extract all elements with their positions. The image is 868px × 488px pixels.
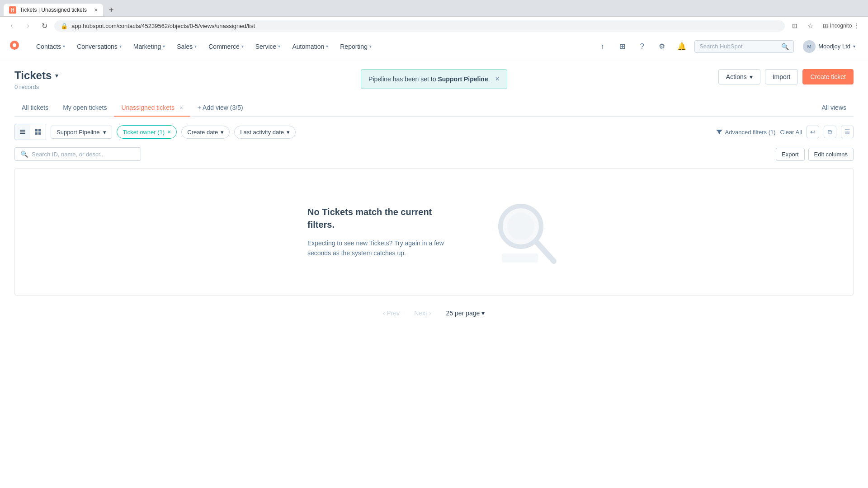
page-title-dropdown-button[interactable]: ▾ <box>55 72 58 79</box>
marketing-chevron-icon: ▾ <box>163 44 165 49</box>
create-date-filter[interactable]: Create date ▾ <box>181 126 230 139</box>
global-search-bar[interactable]: 🔍 <box>694 40 794 53</box>
service-chevron-icon: ▾ <box>278 44 280 49</box>
table-search-bar[interactable]: 🔍 <box>14 147 141 161</box>
nav-commerce[interactable]: Commerce ▾ <box>203 40 249 53</box>
copy-button[interactable]: ⧉ <box>824 126 836 138</box>
svg-rect-8 <box>38 132 41 135</box>
pipeline-selector[interactable]: Support Pipeline ▾ <box>51 126 112 139</box>
tab-unassigned-close-icon[interactable]: × <box>180 105 183 111</box>
lock-icon: 🔒 <box>61 23 68 29</box>
address-bar[interactable]: 🔒 app.hubspot.com/contacts/45239562/obje… <box>54 20 785 32</box>
prev-page-button[interactable]: ‹ Prev <box>377 307 405 319</box>
marketplace-button[interactable]: ⊞ <box>615 39 629 54</box>
top-bar-right-actions: ↑ ⊞ ? ⚙ 🔔 🔍 M Moodjoy Ltd ▾ <box>595 38 859 55</box>
nav-service[interactable]: Service ▾ <box>250 40 286 53</box>
actions-button[interactable]: Actions ▾ <box>718 69 760 84</box>
nav-automation[interactable]: Automation ▾ <box>287 40 334 53</box>
import-button[interactable]: Import <box>765 69 798 84</box>
ticket-owner-filter[interactable]: Ticket owner (1) × <box>117 125 177 139</box>
advanced-filters-button[interactable]: Advanced filters (1) <box>716 129 776 136</box>
last-activity-chevron-icon: ▾ <box>287 129 290 136</box>
new-tab-button[interactable]: + <box>105 4 118 16</box>
nav-contacts[interactable]: Contacts ▾ <box>31 40 71 53</box>
notifications-button[interactable]: 🔔 <box>675 39 689 54</box>
browser-active-tab[interactable]: H Tickets | Unassigned tickets × <box>4 4 103 16</box>
help-button[interactable]: ? <box>635 39 649 54</box>
browser-action-buttons: ⊡ ☆ ⊞ Incognito ⋮ <box>788 19 863 32</box>
user-menu[interactable]: M Moodjoy Ltd ▾ <box>799 38 859 55</box>
automation-chevron-icon: ▾ <box>326 44 328 49</box>
top-navigation: Contacts ▾ Conversations ▾ Marketing ▾ S… <box>31 40 588 53</box>
empty-state-description: Expecting to see new Tickets? Try again … <box>307 238 461 258</box>
page-header-row: Tickets ▾ 0 records Pipeline has been se… <box>14 69 854 90</box>
page-title: Tickets <box>14 69 52 82</box>
settings-button[interactable]: ⚙ <box>655 39 669 54</box>
global-search-input[interactable] <box>699 43 778 50</box>
per-page-selector[interactable]: 25 per page ▾ <box>440 306 491 320</box>
nav-marketing[interactable]: Marketing ▾ <box>128 40 170 53</box>
pipeline-banner-content: Pipeline has been set to Support Pipelin… <box>361 69 507 89</box>
user-menu-chevron-icon: ▾ <box>853 44 855 49</box>
edit-columns-button[interactable]: Edit columns <box>808 148 854 161</box>
table-search-input[interactable] <box>32 151 135 158</box>
upgrade-button[interactable]: ↑ <box>595 39 609 54</box>
conversations-chevron-icon: ▾ <box>119 44 122 49</box>
create-ticket-button[interactable]: Create ticket <box>802 69 854 84</box>
grid-view-button[interactable] <box>30 124 46 140</box>
last-activity-date-filter[interactable]: Last activity date ▾ <box>234 126 296 139</box>
pipeline-banner-close-button[interactable]: × <box>495 75 500 83</box>
pagination-row: ‹ Prev Next › 25 per page ▾ <box>14 296 854 331</box>
add-view-button[interactable]: + Add view (3/5) <box>190 99 250 116</box>
empty-state-content: No Tickets match the current filters. Ex… <box>307 196 561 268</box>
export-button[interactable]: Export <box>776 148 805 161</box>
undo-button[interactable]: ↩ <box>807 126 819 138</box>
forward-button[interactable]: › <box>22 19 34 32</box>
tab-unassigned-tickets[interactable]: Unassigned tickets × <box>114 99 190 117</box>
list-view-button[interactable] <box>15 124 30 140</box>
svg-rect-7 <box>35 132 38 135</box>
hubspot-app: Contacts ▾ Conversations ▾ Marketing ▾ S… <box>0 35 868 488</box>
back-button[interactable]: ‹ <box>5 19 18 32</box>
global-search-icon: 🔍 <box>781 43 789 50</box>
ticket-owner-filter-close-icon[interactable]: × <box>167 128 171 136</box>
nav-reporting[interactable]: Reporting ▾ <box>335 40 377 53</box>
tab-all-tickets[interactable]: All tickets <box>14 99 56 117</box>
empty-state-text: No Tickets match the current filters. Ex… <box>307 206 461 258</box>
prev-icon: ‹ <box>383 310 385 317</box>
avatar: M <box>803 40 816 53</box>
records-count: 0 records <box>14 84 58 90</box>
page-title-container: Tickets ▾ <box>14 69 58 82</box>
nav-conversations[interactable]: Conversations ▾ <box>71 40 127 53</box>
search-and-table-actions-row: 🔍 Export Edit columns <box>14 147 854 161</box>
clear-all-button[interactable]: Clear All <box>780 129 802 136</box>
table-action-buttons: Export Edit columns <box>776 148 854 161</box>
bookmark-button[interactable]: ☆ <box>804 19 816 32</box>
page-content: Tickets ▾ 0 records Pipeline has been se… <box>0 58 868 342</box>
per-page-chevron-icon: ▾ <box>481 310 485 317</box>
tab-my-open-tickets[interactable]: My open tickets <box>56 99 114 117</box>
nav-sales[interactable]: Sales ▾ <box>171 40 202 53</box>
hubspot-logo[interactable] <box>9 40 20 53</box>
top-nav-bar: Contacts ▾ Conversations ▾ Marketing ▾ S… <box>0 35 868 58</box>
menu-button[interactable]: ⋮ <box>850 19 863 32</box>
tab-favicon: H <box>9 6 16 14</box>
next-page-button[interactable]: Next › <box>409 307 436 319</box>
svg-rect-2 <box>20 130 25 131</box>
save-button[interactable]: ☰ <box>841 126 854 138</box>
svg-point-1 <box>13 43 16 47</box>
cast-button[interactable]: ⊡ <box>788 19 801 32</box>
reporting-chevron-icon: ▾ <box>369 44 372 49</box>
all-views-button[interactable]: All views <box>815 99 854 116</box>
commerce-chevron-icon: ▾ <box>241 44 244 49</box>
svg-rect-12 <box>502 253 538 263</box>
svg-rect-4 <box>20 133 25 134</box>
actions-chevron-icon: ▾ <box>750 73 753 80</box>
tab-close-icon[interactable]: × <box>94 6 98 14</box>
next-icon: › <box>429 310 431 317</box>
user-name: Moodjoy Ltd <box>818 43 850 50</box>
page-action-buttons: Actions ▾ Import Create ticket <box>718 69 854 84</box>
page-title-area: Tickets ▾ 0 records <box>14 69 58 90</box>
incognito-indicator: Incognito <box>835 19 847 32</box>
refresh-button[interactable]: ↻ <box>38 19 51 32</box>
